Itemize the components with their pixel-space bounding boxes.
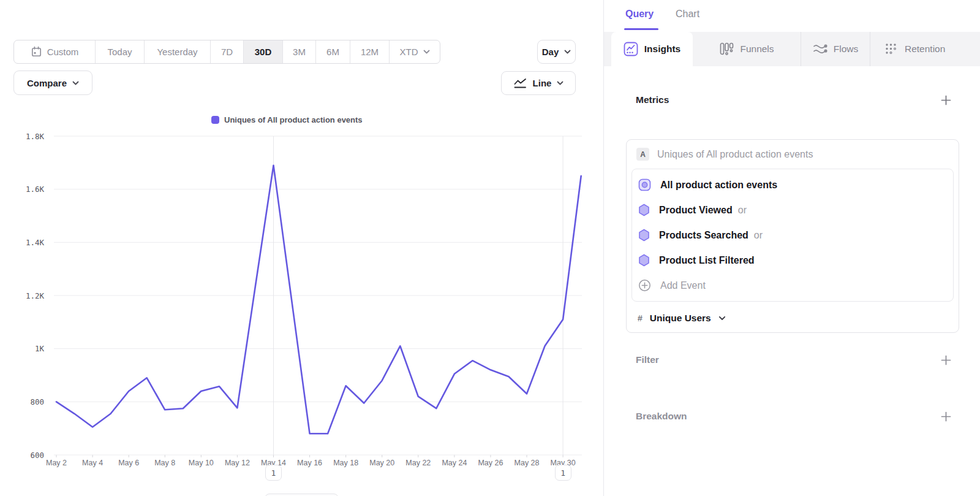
insights-icon: [624, 42, 638, 56]
filter-section-header: Filter: [627, 354, 960, 365]
svg-text:May 26: May 26: [478, 459, 503, 467]
tab-flows[interactable]: Flows: [801, 32, 870, 66]
svg-text:May 8: May 8: [154, 459, 175, 467]
active-tab-underline: [624, 28, 658, 30]
svg-text:800: 800: [30, 397, 44, 406]
event-group-icon: [638, 178, 651, 191]
chevron-down-icon: [718, 316, 726, 321]
metric-group-badge: A: [636, 148, 649, 161]
metrics-title: Metrics: [627, 94, 669, 105]
svg-text:May 22: May 22: [405, 459, 431, 467]
panel-tab-bar: Query Chart: [604, 0, 980, 32]
svg-text:May 20: May 20: [369, 459, 394, 467]
report-type-tabs: Insights Funnels Flows Retention: [604, 32, 980, 66]
annotation-badge[interactable]: 1: [555, 465, 571, 481]
add-breakdown-button[interactable]: [940, 411, 951, 422]
tab-insights[interactable]: Insights: [611, 32, 693, 66]
svg-text:600: 600: [30, 451, 44, 460]
insights-report-page: Custom Today Yesterday 7D 30D 3M 6M 12M …: [0, 0, 980, 496]
flows-icon: [813, 42, 827, 56]
svg-text:May 18: May 18: [333, 459, 358, 467]
tab-funnels[interactable]: Funnels: [693, 32, 801, 66]
svg-text:1.6K: 1.6K: [26, 185, 45, 194]
add-metric-button[interactable]: [940, 94, 951, 105]
measure-selector[interactable]: # Unique Users: [627, 302, 959, 334]
breakdown-section-header: Breakdown: [627, 411, 960, 422]
add-filter-button[interactable]: [940, 354, 951, 365]
svg-text:May 12: May 12: [225, 459, 250, 467]
annotation-badge[interactable]: 1: [265, 465, 282, 481]
circle-plus-icon: [638, 279, 651, 292]
chart-area: Custom Today Yesterday 7D 30D 3M 6M 12M …: [0, 0, 603, 496]
hexagon-event-icon: [638, 204, 650, 216]
event-row-all-product-action-events[interactable]: All product action events: [632, 172, 953, 197]
filter-title: Filter: [627, 354, 659, 365]
svg-text:1K: 1K: [35, 344, 45, 353]
retention-icon: [884, 42, 899, 56]
breakdown-title: Breakdown: [627, 411, 687, 422]
metric-group-title: Uniques of All product action events: [657, 149, 813, 160]
svg-text:May 24: May 24: [442, 459, 467, 467]
tab-query[interactable]: Query: [625, 9, 654, 20]
svg-text:May 16: May 16: [297, 459, 322, 467]
metric-group-header[interactable]: A Uniques of All product action events: [627, 140, 959, 169]
event-row-products-searched[interactable]: Products Searched or: [632, 223, 953, 248]
svg-text:1.2K: 1.2K: [26, 291, 45, 300]
event-row-product-list-filtered[interactable]: Product List Filtered: [632, 248, 953, 273]
metrics-section-header: Metrics: [627, 94, 960, 105]
svg-text:May 6: May 6: [118, 459, 139, 467]
query-panel: Query Chart Insights Funnels F: [603, 0, 980, 496]
bottom-scrubber-edge[interactable]: [265, 494, 339, 496]
svg-text:May 28: May 28: [514, 459, 540, 467]
hexagon-event-icon: [638, 254, 650, 267]
line-chart[interactable]: 1.8K1.6K1.4K1.2K1K800600May 2May 4May 6M…: [0, 0, 603, 496]
svg-text:May 10: May 10: [189, 459, 214, 467]
tab-retention[interactable]: Retention: [870, 32, 980, 66]
svg-text:1.4K: 1.4K: [26, 238, 45, 247]
add-event-button[interactable]: Add Event: [632, 273, 953, 298]
hexagon-event-icon: [638, 229, 650, 242]
svg-text:May 4: May 4: [82, 459, 103, 467]
svg-text:May 2: May 2: [46, 459, 67, 467]
event-row-product-viewed[interactable]: Product Viewed or: [632, 197, 953, 223]
funnels-icon: [719, 42, 734, 56]
metric-card: A Uniques of All product action events A…: [626, 139, 959, 333]
svg-text:1.8K: 1.8K: [26, 132, 45, 141]
events-list: All product action events Product Viewed…: [631, 169, 954, 302]
hash-icon: #: [638, 313, 643, 323]
tab-chart[interactable]: Chart: [676, 9, 699, 20]
